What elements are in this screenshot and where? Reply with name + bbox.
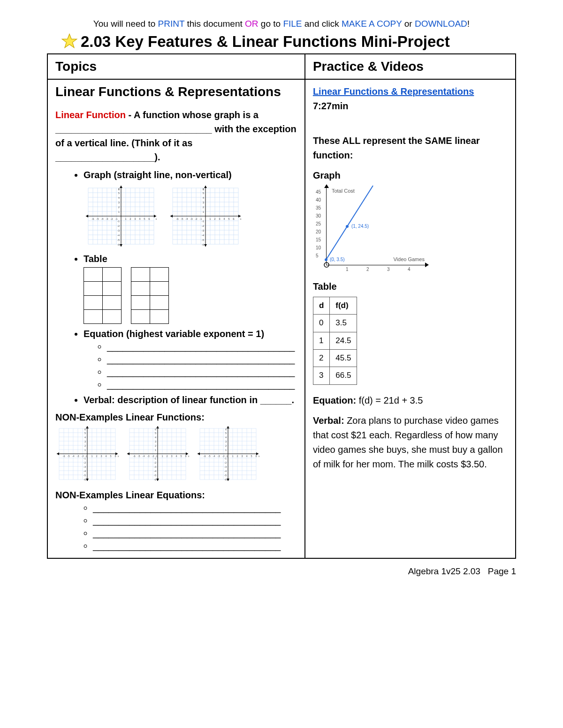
- svg-text:4: 4: [84, 436, 86, 439]
- svg-text:-6: -6: [154, 478, 156, 481]
- svg-text:3: 3: [84, 440, 86, 443]
- svg-text:-5: -5: [117, 239, 120, 241]
- svg-text:x: x: [259, 455, 260, 458]
- svg-text:-3: -3: [202, 229, 205, 232]
- svg-text:1: 1: [155, 449, 156, 451]
- svg-text:1: 1: [225, 449, 227, 451]
- svg-text:-6: -6: [63, 455, 65, 458]
- svg-text:-4: -4: [154, 470, 156, 473]
- svg-text:-5: -5: [202, 239, 205, 241]
- blank-line: ____________________________________: [93, 528, 297, 539]
- topics-cell: Linear Functions & Representations Linea…: [47, 79, 305, 558]
- svg-text:-6: -6: [84, 478, 86, 481]
- svg-text:1: 1: [232, 455, 233, 458]
- equation-line: Equation: f(d) = 21d + 3.5: [313, 393, 508, 408]
- svg-text:5: 5: [110, 455, 111, 458]
- svg-text:3: 3: [100, 455, 102, 458]
- content-table: Topics Practice & Videos Linear Function…: [47, 53, 516, 559]
- svg-text:2: 2: [166, 455, 167, 458]
- table-header: d: [313, 297, 329, 315]
- table-row: 366.5: [313, 367, 357, 384]
- svg-text:-5: -5: [181, 218, 183, 220]
- svg-text:-5: -5: [208, 455, 211, 458]
- header-topics: Topics: [47, 54, 305, 79]
- blank-line: ____________________________________: [107, 379, 297, 390]
- table-label: Table: [313, 281, 337, 292]
- banner-print: PRINT: [158, 19, 185, 29]
- svg-text:-6: -6: [117, 243, 120, 246]
- non-examples-functions-heading: NON-Examples Linear Functions:: [55, 412, 297, 423]
- svg-text:-5: -5: [224, 474, 227, 477]
- cost-chart: Total Cost Video Games 5 10 15 20 25 30 …: [313, 186, 430, 275]
- blank-line: ____________________________________: [93, 540, 297, 551]
- coord-grid-icon: -6-5-4-3-2-1123456123456-1-2-3-4-5-6yx: [55, 425, 121, 483]
- chart-point-label: (1, 24.5): [351, 223, 369, 230]
- svg-text:6: 6: [114, 455, 116, 458]
- svg-text:3: 3: [171, 455, 172, 458]
- svg-text:-2: -2: [224, 461, 227, 464]
- svg-text:-5: -5: [154, 474, 156, 477]
- svg-text:-3: -3: [147, 455, 150, 458]
- svg-text:-2: -2: [84, 461, 86, 464]
- svg-text:6: 6: [255, 455, 257, 458]
- non-examples-equations-heading: NON-Examples Linear Equations:: [55, 490, 297, 501]
- svg-text:5: 5: [251, 455, 252, 458]
- function-table: df(d) 03.5 124.5 245.5 366.5: [313, 297, 357, 385]
- svg-text:-6: -6: [224, 478, 227, 481]
- svg-text:1: 1: [91, 455, 92, 458]
- verbal-line: Verbal: Zora plans to purchase video gam…: [313, 413, 508, 472]
- svg-text:-5: -5: [68, 455, 70, 458]
- svg-text:-4: -4: [202, 234, 205, 237]
- svg-text:4: 4: [175, 455, 177, 458]
- svg-text:2: 2: [96, 455, 97, 458]
- svg-text:-2: -2: [195, 218, 198, 220]
- svg-text:-3: -3: [106, 218, 108, 220]
- definition-text: Linear Function - A function whose graph…: [55, 108, 297, 164]
- svg-text:2: 2: [225, 444, 227, 447]
- svg-text:-6: -6: [91, 218, 94, 220]
- banner-or: OR: [245, 19, 259, 29]
- blank-line: ____________________________________: [93, 503, 297, 513]
- svg-text:-6: -6: [204, 455, 206, 458]
- svg-text:-1: -1: [202, 220, 205, 223]
- svg-text:-3: -3: [218, 455, 220, 458]
- svg-text:-3: -3: [84, 465, 86, 468]
- banner-file: FILE: [283, 19, 302, 29]
- bullet-table: Table: [84, 254, 297, 324]
- svg-text:-3: -3: [77, 455, 79, 458]
- practice-cell: Linear Functions & Representations 7:27m…: [305, 79, 516, 558]
- svg-text:3: 3: [241, 455, 243, 458]
- same-intro: These ALL represent the SAME linear func…: [313, 135, 480, 160]
- banner-make-copy: MAKE A COPY: [342, 19, 402, 29]
- svg-text:2: 2: [155, 444, 156, 447]
- svg-text:-1: -1: [154, 457, 156, 460]
- svg-text:-5: -5: [138, 455, 140, 458]
- blank-table-icon: [131, 267, 169, 324]
- svg-text:-3: -3: [117, 229, 120, 232]
- svg-text:3: 3: [225, 440, 227, 443]
- svg-text:1: 1: [161, 455, 163, 458]
- blank-line: ____________________________________: [107, 367, 297, 377]
- coord-grid-icon: -6-5-4-3-2-1123456123456-1-2-3-4-5-6yx: [126, 425, 191, 483]
- table-header: f(d): [330, 297, 357, 315]
- svg-text:-3: -3: [154, 465, 156, 468]
- svg-text:6: 6: [155, 428, 156, 431]
- origin-icon: [323, 262, 330, 268]
- svg-text:-5: -5: [96, 218, 99, 220]
- svg-text:-3: -3: [190, 218, 193, 220]
- svg-text:5: 5: [180, 455, 182, 458]
- video-duration: 7:27min: [313, 101, 349, 111]
- banner-text: You will need to: [93, 19, 158, 29]
- svg-point-291: [324, 263, 329, 267]
- svg-text:x: x: [118, 455, 119, 458]
- svg-text:x: x: [240, 218, 242, 220]
- table-row: 03.5: [313, 315, 357, 332]
- svg-text:-2: -2: [117, 225, 120, 227]
- section-title: Linear Functions & Representations: [55, 84, 297, 99]
- svg-text:-3: -3: [224, 465, 227, 468]
- video-link[interactable]: Linear Functions & Representations: [313, 86, 474, 97]
- star-icon: [61, 33, 78, 50]
- instruction-banner: You will need to PRINT this document OR …: [47, 19, 516, 29]
- svg-text:4: 4: [246, 455, 247, 458]
- table-row: 245.5: [313, 350, 357, 367]
